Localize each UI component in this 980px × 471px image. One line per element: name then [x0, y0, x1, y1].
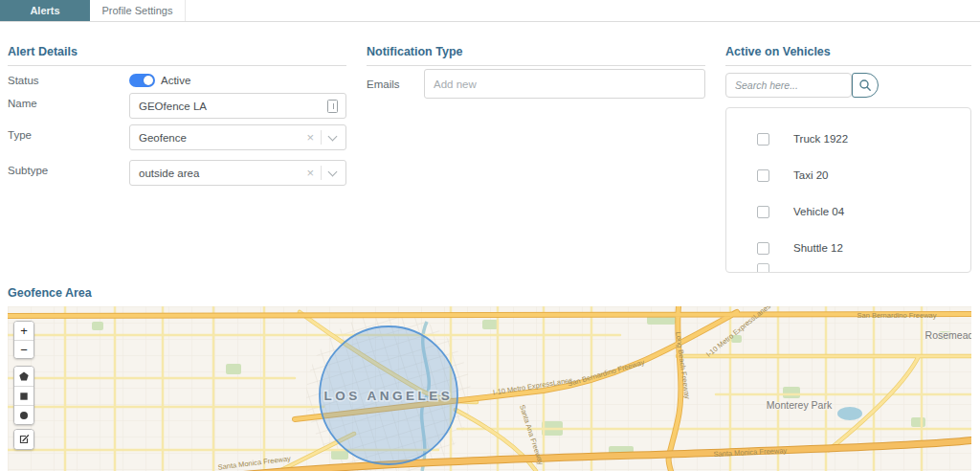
edit-shape-button[interactable] — [14, 430, 33, 449]
text-cursor-icon — [327, 100, 338, 113]
draw-polygon-button[interactable] — [14, 367, 33, 386]
edit-shape-icon — [18, 434, 30, 445]
vehicle-checkbox[interactable] — [757, 263, 769, 273]
alerts-config-page: { "tabs": { "alerts": "Alerts", "profile… — [0, 0, 980, 471]
lake — [837, 407, 862, 420]
polygon-icon — [19, 371, 29, 381]
tab-bar: Alerts Profile Settings — [0, 0, 980, 22]
vehicle-search-input[interactable] — [726, 74, 851, 97]
vehicle-list: Truck 1922 Taxi 20 Vehicle 04 Shuttle 12 — [725, 107, 971, 273]
map-canvas[interactable]: San Bernardino Freeway I-10 Metro Expres… — [8, 306, 971, 471]
edit-control — [13, 429, 34, 450]
name-label: Name — [8, 98, 37, 109]
status-label: Status — [8, 75, 39, 86]
subtype-label: Subtype — [8, 165, 48, 176]
list-item[interactable]: Vehicle 04 — [726, 193, 970, 230]
status-value: Active — [161, 75, 190, 86]
name-field-box — [129, 93, 346, 119]
notification-type-title: Notification Type — [367, 45, 705, 66]
zoom-out-button[interactable]: − — [14, 340, 33, 358]
circle-icon — [19, 411, 29, 420]
status-toggle[interactable] — [129, 74, 155, 87]
emails-label: Emails — [367, 78, 400, 90]
list-item[interactable]: Shuttle 12 — [726, 230, 970, 266]
vehicle-name: Taxi 20 — [793, 169, 828, 181]
vehicle-name: Shuttle 12 — [793, 242, 843, 254]
tab-profile-settings[interactable]: Profile Settings — [90, 0, 186, 21]
chevron-down-icon[interactable] — [328, 167, 338, 176]
road-label-san-bernardino: San Bernardino Freeway — [858, 311, 937, 320]
vehicle-checkbox[interactable] — [757, 169, 769, 182]
clear-icon[interactable]: × — [300, 167, 321, 179]
vehicle-checkbox[interactable] — [757, 206, 769, 218]
divider — [321, 130, 322, 145]
geofence-map[interactable]: San Bernardino Freeway I-10 Metro Expres… — [8, 306, 971, 471]
subtype-value: outside area — [130, 168, 300, 179]
tab-alerts[interactable]: Alerts — [0, 0, 90, 21]
draw-circle-button[interactable] — [14, 405, 33, 424]
city-label-los-angeles: LOS ANGELES — [324, 389, 454, 403]
chevron-down-icon[interactable] — [328, 131, 338, 141]
geofence-area-title: Geofence Area — [8, 286, 971, 307]
square-icon — [19, 392, 29, 401]
search-button[interactable] — [852, 73, 879, 98]
search-icon — [858, 78, 872, 92]
divider — [321, 166, 322, 180]
active-on-vehicles-title: Active on Vehicles — [725, 45, 971, 66]
zoom-in-button[interactable]: + — [14, 322, 33, 340]
vehicle-checkbox[interactable] — [757, 133, 769, 146]
list-item[interactable]: Truck 1922 — [726, 121, 970, 157]
city-label-monterey-park: Monterey Park — [767, 399, 833, 411]
type-value: Geofence — [130, 132, 300, 144]
emails-field-box — [424, 69, 705, 99]
type-select[interactable]: Geofence × — [129, 124, 346, 150]
alert-details-title: Alert Details — [8, 45, 346, 66]
type-label: Type — [8, 129, 32, 141]
vehicle-checkbox[interactable] — [757, 242, 769, 255]
list-item[interactable]: Taxi 20 — [726, 157, 970, 193]
subtype-select[interactable]: outside area × — [129, 160, 346, 186]
shape-tools — [13, 366, 34, 425]
draw-rectangle-button[interactable] — [14, 386, 33, 405]
vehicle-search-box — [725, 73, 852, 98]
clear-icon[interactable]: × — [300, 131, 321, 144]
name-input[interactable] — [130, 94, 345, 118]
zoom-control: + − — [13, 321, 34, 359]
vehicle-name: Vehicle 04 — [793, 206, 844, 217]
emails-input[interactable] — [425, 70, 704, 98]
vehicle-name: Truck 1922 — [793, 133, 848, 145]
city-label-rosemead: Rosemead — [925, 329, 971, 341]
